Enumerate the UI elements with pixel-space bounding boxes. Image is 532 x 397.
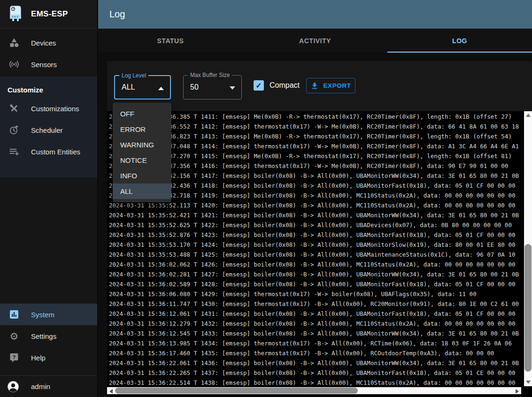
username: admin — [31, 382, 50, 390]
chevron-down-icon — [230, 86, 235, 90]
sidebar-item-devices[interactable]: Devices — [0, 32, 97, 53]
account-circle-icon — [7, 380, 20, 393]
app-title: EMS-ESP — [31, 9, 68, 19]
sidebar-item-label: Scheduler — [31, 126, 63, 134]
max-buffer-size-value: 50 — [190, 76, 199, 99]
log-line: 2024-03-31 15:35:52.625 T 1422: [emsesp]… — [109, 220, 524, 230]
boiler-logo-icon — [8, 5, 23, 23]
sidebar-item-label: Customizations — [31, 105, 79, 113]
active-tab-indicator — [387, 52, 532, 53]
devices-icon — [8, 37, 20, 48]
clock-plus-icon — [8, 124, 20, 136]
log-line: 2024-03-31 15:36:17.460 T 1435: [emsesp]… — [109, 348, 524, 358]
page-title: Log — [109, 9, 125, 20]
max-buffer-size-select[interactable]: Max Buffer Size 50 — [183, 75, 242, 99]
log-line: 2024-03-31 15:36:22.514 T 1438: [emsesp]… — [109, 378, 524, 388]
sidebar-item-label: Custom Entities — [31, 148, 80, 156]
tools-icon — [8, 103, 20, 114]
scroll-right-arrow[interactable] — [516, 389, 519, 394]
log-line: 2024-03-31 15:36:02.062 T 1426: [emsesp]… — [109, 260, 524, 269]
system-analytics-icon — [8, 309, 20, 320]
log-line: 2024-03-31 15:36:13.985 T 1434: [emsesp]… — [109, 338, 524, 348]
tab-status[interactable]: STATUS — [98, 29, 243, 53]
log-line: 2024-03-31 15:36:12.061 T 1431: [emsesp]… — [109, 309, 524, 319]
download-icon — [310, 82, 319, 90]
log-level-select[interactable]: Log Level ALL — [114, 75, 171, 99]
tab-activity[interactable]: ACTIVITY — [243, 29, 387, 53]
log-line: 2024-03-31 15:35:53.488 T 1425: [emsesp]… — [109, 250, 524, 260]
horizontal-scrollbar[interactable] — [107, 387, 521, 394]
sidebar-item-label: Sensors — [31, 61, 57, 69]
log-line: 2024-03-31 15:35:53.170 T 1424: [emsesp]… — [109, 240, 524, 250]
svg-text:?: ? — [13, 354, 16, 360]
menu-item-warning[interactable]: WARNING — [113, 137, 171, 153]
section-header-customize: Customize — [0, 77, 97, 98]
sidebar-customize-section: Customize Customizations Scheduler — [0, 77, 97, 177]
sidebar-item-system[interactable]: System — [0, 304, 97, 325]
log-line: 2024-03-31 15:35:52.113 T 1420: [emsesp]… — [109, 200, 524, 210]
scroll-down-arrow[interactable] — [526, 381, 531, 384]
app-logo-row: EMS-ESP — [0, 0, 97, 29]
scroll-up-arrow[interactable] — [526, 114, 531, 117]
menu-item-all[interactable]: ALL — [113, 183, 171, 199]
menu-item-off[interactable]: OFF — [113, 106, 171, 122]
log-line: 2024-03-31 15:36:12.545 T 1433: [emsesp]… — [109, 328, 524, 338]
compact-checkbox[interactable]: ✓ — [254, 80, 264, 91]
scroll-left-arrow[interactable] — [109, 389, 113, 394]
menu-item-error[interactable]: ERROR — [113, 122, 171, 137]
sidebar: EMS-ESP Devices — [0, 0, 98, 397]
compact-label: Compact — [270, 80, 300, 91]
sidebar-item-label: Devices — [31, 39, 56, 47]
log-line: 2024-03-31 15:36:22.061 T 1436: [emsesp]… — [109, 358, 524, 368]
user-menu[interactable]: admin — [0, 375, 97, 397]
sidebar-item-custom-entities[interactable]: Custom Entities — [0, 141, 97, 162]
chevron-up-icon — [158, 87, 164, 90]
app-bar: Log — [98, 0, 532, 29]
log-line: 2024-03-31 15:36:22.265 T 1437: [emsesp]… — [109, 368, 524, 378]
log-line: 2024-03-31 15:36:06.080 T 1429: [emsesp]… — [109, 289, 524, 299]
log-line: 2024-03-31 15:35:52.876 T 1423: [emsesp]… — [109, 230, 524, 240]
log-level-menu: OFF ERROR WARNING NOTICE INFO ALL — [113, 103, 171, 202]
log-line: 2024-03-31 15:35:52.421 T 1421: [emsesp]… — [109, 210, 524, 220]
horizontal-scrollbar-thumb[interactable] — [115, 388, 358, 394]
sidebar-item-help[interactable]: ? Help — [0, 347, 97, 368]
vertical-scrollbar-thumb[interactable] — [524, 244, 532, 372]
menu-item-info[interactable]: INFO — [113, 168, 171, 183]
gear-icon: ⚙ — [8, 330, 20, 342]
checkmark-icon: ✓ — [255, 81, 262, 90]
sidebar-item-settings[interactable]: ⚙ Settings — [0, 325, 97, 347]
export-label: EXPORT — [323, 82, 351, 89]
sidebar-item-customizations[interactable]: Customizations — [0, 98, 97, 119]
log-line: 2024-03-31 15:36:02.589 T 1428: [emsesp]… — [109, 279, 524, 289]
tab-log[interactable]: LOG — [387, 29, 532, 53]
export-button[interactable]: EXPORT — [306, 78, 355, 93]
sidebar-item-label: Settings — [31, 332, 56, 340]
list-add-icon — [8, 146, 20, 157]
sidebar-item-sensors[interactable]: Sensors — [0, 53, 97, 75]
sidebar-item-label: System — [31, 311, 54, 319]
log-line: 2024-03-31 15:36:12.279 T 1432: [emsesp]… — [109, 319, 524, 328]
log-line: 2024-03-31 15:36:02.281 T 1427: [emsesp]… — [109, 269, 524, 279]
log-line: 2024-03-31 15:36:11.747 T 1430: [emsesp]… — [109, 299, 524, 309]
log-level-value: ALL — [122, 76, 135, 99]
sidebar-item-scheduler[interactable]: Scheduler — [0, 119, 97, 141]
menu-item-notice[interactable]: NOTICE — [113, 153, 171, 168]
sensors-icon — [8, 59, 20, 70]
help-icon: ? — [8, 352, 20, 363]
tab-bar: STATUS ACTIVITY LOG — [98, 29, 532, 53]
sidebar-item-label: Help — [31, 354, 46, 362]
vertical-scrollbar[interactable] — [524, 111, 532, 386]
